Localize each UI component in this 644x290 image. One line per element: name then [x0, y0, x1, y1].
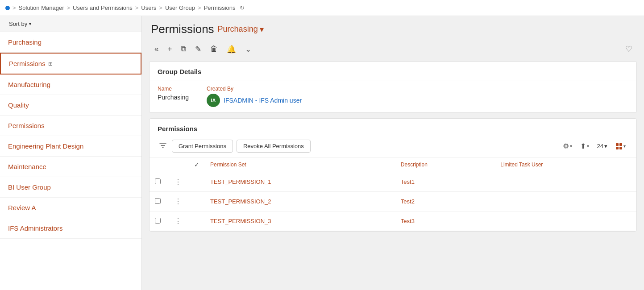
col-checkmark: ✓: [189, 157, 205, 172]
breadcrumb-user-group[interactable]: User Group: [165, 4, 195, 11]
sidebar-item-ifs-admin[interactable]: IFS Administrators: [0, 218, 141, 239]
delete-icon: 🗑: [210, 45, 218, 54]
row1-description: Test1: [395, 172, 495, 192]
sidebar-item-permissions[interactable]: Permissions ⊞: [0, 53, 141, 75]
row3-description: Test3: [395, 211, 495, 231]
row1-limited-task-user: [495, 172, 636, 192]
row2-dots-button[interactable]: ⋮: [173, 196, 183, 207]
group-details-card: Group Details Name Purchasing Created By…: [149, 61, 637, 113]
sidebar-item-purchasing[interactable]: Purchasing: [0, 32, 141, 53]
row3-dots-button[interactable]: ⋮: [173, 216, 183, 226]
row3-checkbox-cell[interactable]: [150, 211, 167, 231]
table-row: ⋮ TEST_PERMISSION_3 Test3: [150, 211, 636, 231]
table-row: ⋮ TEST_PERMISSION_2 Test2: [150, 192, 636, 211]
user-link[interactable]: IFSADMIN - IFS Admin user: [224, 97, 302, 104]
breadcrumb-solution-manager[interactable]: Solution Manager: [19, 4, 64, 11]
col-checkbox: [150, 157, 167, 172]
sort-by-arrow: ▾: [29, 21, 31, 26]
name-field: Name Purchasing: [158, 86, 189, 107]
col-permission-set: Permission Set: [205, 157, 395, 172]
name-label: Name: [158, 86, 189, 92]
created-by-label: Created By: [207, 86, 302, 92]
main-layout: Sort by ▾ Purchasing Permissions ⊞ Manuf…: [0, 16, 644, 290]
chevron-down-icon: ⌄: [245, 45, 251, 54]
row2-limited-task-user: [495, 192, 636, 211]
svg-rect-3: [619, 147, 622, 149]
permissions-toolbar-right: ⚙ ▾ ⬆ ▾ 24 ▾: [560, 140, 628, 152]
page-subtitle-label: Purchasing: [218, 25, 258, 34]
edit-button[interactable]: ✎: [191, 42, 205, 57]
page-header: Permissions Purchasing ▾: [142, 16, 644, 40]
table-header-row: ✓ Permission Set Description Limited Tas…: [150, 157, 636, 172]
grant-permissions-button[interactable]: Grant Permissions: [172, 140, 233, 153]
name-value: Purchasing: [158, 94, 189, 101]
row3-limited-task-user: [495, 211, 636, 231]
bell-button[interactable]: 🔔: [223, 42, 240, 57]
svg-rect-2: [616, 147, 619, 149]
count-selector[interactable]: 24 ▾: [594, 141, 610, 151]
revoke-all-permissions-button[interactable]: Revoke All Permissions: [237, 140, 311, 153]
breadcrumb-users[interactable]: Users: [141, 4, 156, 11]
row2-checkbox-cell[interactable]: [150, 192, 167, 211]
export-icon-button[interactable]: ⬆ ▾: [578, 140, 592, 152]
grid-view-button[interactable]: ▾: [613, 141, 628, 152]
sidebar-item-quality[interactable]: Quality: [0, 95, 141, 116]
created-by-field: Created By IA IFSADMIN - IFS Admin user: [207, 86, 302, 107]
sidebar: Sort by ▾ Purchasing Permissions ⊞ Manuf…: [0, 16, 142, 290]
avatar: IA: [207, 94, 220, 107]
sidebar-item-permissions2[interactable]: Permissions: [0, 116, 141, 136]
row1-checkbox[interactable]: [155, 178, 161, 184]
row3-permission-set: TEST_PERMISSION_3: [205, 211, 395, 231]
table-row: ⋮ TEST_PERMISSION_1 Test1: [150, 172, 636, 192]
row2-description: Test2: [395, 192, 495, 211]
sort-by-button[interactable]: Sort by ▾: [5, 19, 35, 29]
copy-button[interactable]: ⧉: [177, 42, 190, 56]
sidebar-item-maintenance[interactable]: Maintenance: [0, 157, 141, 177]
add-button[interactable]: +: [164, 42, 175, 56]
filter-button[interactable]: [158, 140, 168, 153]
row1-dots-button[interactable]: ⋮: [173, 177, 183, 187]
settings-icon: ⚙: [563, 142, 569, 150]
group-details-title: Group Details: [150, 62, 636, 80]
breadcrumb-users-permissions[interactable]: Users and Permissions: [73, 4, 133, 11]
collapse-button[interactable]: «: [151, 42, 162, 56]
permissions-table: ✓ Permission Set Description Limited Tas…: [150, 157, 636, 231]
row1-permission-set: TEST_PERMISSION_1: [205, 172, 395, 192]
permissions-card-title: Permissions: [150, 119, 636, 137]
chevron-down-button[interactable]: ⌄: [241, 42, 255, 57]
row2-checkbox[interactable]: [155, 198, 161, 204]
row1-dots-cell[interactable]: ⋮: [167, 172, 189, 192]
row3-dots-cell[interactable]: ⋮: [167, 211, 189, 231]
sidebar-item-review-a[interactable]: Review A: [0, 198, 141, 218]
count-chevron-icon: ▾: [604, 143, 607, 149]
add-icon: +: [167, 45, 172, 54]
col-dots: [167, 157, 189, 172]
row1-checkbox-cell[interactable]: [150, 172, 167, 192]
row2-spacer: [189, 192, 205, 211]
export-icon: ⬆: [580, 142, 586, 150]
edit-icon: ✎: [195, 45, 201, 54]
heart-icon: ♡: [625, 45, 632, 54]
permissions-card: Permissions Grant Permissions Revoke All…: [149, 118, 637, 232]
grid-icon: [615, 143, 623, 150]
copy-icon: ⧉: [181, 45, 186, 54]
favorite-button[interactable]: ♡: [623, 41, 635, 57]
page-subtitle-dropdown[interactable]: Purchasing ▾: [218, 25, 264, 34]
grid-chevron-icon: ▾: [623, 144, 626, 149]
status-dot: [5, 6, 10, 10]
breadcrumb-permissions[interactable]: Permissions: [204, 4, 236, 11]
action-toolbar: « + ⧉ ✎ 🗑 🔔 ⌄ ♡: [142, 40, 644, 61]
sidebar-item-engineering[interactable]: Engineering Plant Design: [0, 136, 141, 157]
settings-icon-button[interactable]: ⚙ ▾: [560, 140, 575, 152]
row2-permission-set: TEST_PERMISSION_2: [205, 192, 395, 211]
refresh-icon[interactable]: ↻: [240, 4, 245, 11]
delete-button[interactable]: 🗑: [207, 42, 221, 56]
created-by-user: IA IFSADMIN - IFS Admin user: [207, 94, 302, 107]
sidebar-item-manufacturing[interactable]: Manufacturing: [0, 75, 141, 95]
svg-rect-0: [616, 143, 619, 146]
row3-checkbox[interactable]: [155, 218, 161, 224]
sidebar-item-bi-user-group[interactable]: BI User Group: [0, 177, 141, 198]
row2-dots-cell[interactable]: ⋮: [167, 192, 189, 211]
sort-by-label: Sort by: [9, 21, 27, 27]
checkmark-header-icon: ✓: [194, 161, 199, 168]
